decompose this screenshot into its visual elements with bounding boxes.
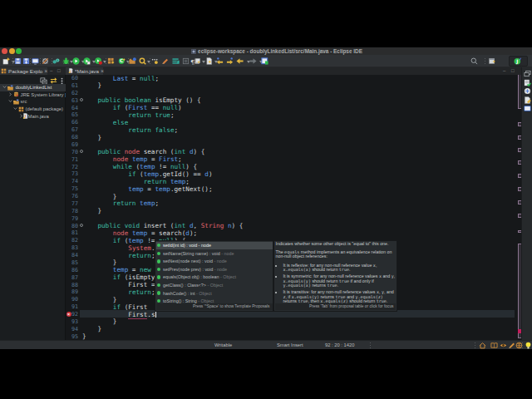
collapse-all-icon[interactable] xyxy=(40,77,47,84)
chevron-down-icon[interactable] xyxy=(2,85,7,89)
minimize-view-icon[interactable]: – xyxy=(50,68,52,74)
code-line-95: } xyxy=(82,332,86,339)
completion-item[interactable]: equals(Object obj) : boolean - Object xyxy=(156,273,273,282)
status-cursor-position: 92 : 20 : 1420 xyxy=(325,342,354,347)
toolbar-search-icon[interactable] xyxy=(470,57,478,65)
save-all-icon[interactable] xyxy=(22,57,30,65)
tree-item-doublylinkedlist[interactable]: doublyLinkedList xyxy=(0,84,66,91)
chevron-right-icon[interactable] xyxy=(8,92,12,96)
external-tools-icon[interactable] xyxy=(151,57,159,65)
completion-item[interactable]: hashCode() : int - Object xyxy=(156,289,273,298)
maximize-editor-icon[interactable]: □ xyxy=(511,68,515,74)
completion-item[interactable]: setId(int id) : void - node xyxy=(156,242,273,250)
globe-icon[interactable] xyxy=(515,342,522,348)
coverage-icon[interactable] xyxy=(83,57,91,65)
link-editor-icon[interactable] xyxy=(50,77,57,84)
code-line-76: } xyxy=(113,193,117,200)
lightbulb-icon[interactable] xyxy=(525,342,531,348)
console-icon[interactable] xyxy=(32,57,39,65)
line-number: 68 xyxy=(66,134,78,140)
tree-item-default-package[interactable]: (default package) xyxy=(0,106,66,113)
new-package-icon[interactable] xyxy=(107,57,115,65)
previous-edit-icon[interactable] xyxy=(216,57,224,65)
debug-icon[interactable] xyxy=(62,57,70,65)
code-line-80: public void insert (int d, String n) { xyxy=(97,222,243,229)
search-gold-icon[interactable] xyxy=(139,57,146,65)
outline-icon[interactable] xyxy=(524,87,531,95)
completion-signature: hashCode() : int xyxy=(163,291,195,296)
completion-signature: setId(int id) : void xyxy=(163,243,197,248)
line-number: 65 xyxy=(66,111,78,118)
maximize-view-icon[interactable]: □ xyxy=(57,68,61,74)
new-class-icon[interactable]: C xyxy=(118,57,126,65)
format-icon[interactable] xyxy=(172,57,180,65)
tree-item-label: Main.java xyxy=(28,114,49,119)
forward-icon[interactable] xyxy=(249,57,257,65)
status-bar: WritableSmart Insert92 : 20 : 1420 xyxy=(0,340,532,350)
junit-icon[interactable] xyxy=(52,57,60,65)
run-icon[interactable] xyxy=(72,57,80,65)
completion-item[interactable]: getClass() : Class<?> - Object xyxy=(156,281,273,289)
completion-item[interactable]: setName(String name) : void - node xyxy=(156,249,273,258)
javadoc-view-icon[interactable] xyxy=(524,96,531,104)
toolbar-separator xyxy=(195,58,195,64)
minimize-window-button[interactable] xyxy=(9,48,15,54)
line-number: 88 xyxy=(66,282,78,288)
completion-origin: - node xyxy=(197,243,211,248)
minimize-editor-icon[interactable]: – xyxy=(503,68,505,74)
tree-item-main-java[interactable]: JMain.java xyxy=(0,112,66,120)
fold-toggle-icon[interactable] xyxy=(80,150,83,153)
chevron-down-icon[interactable] xyxy=(8,99,12,103)
tab-main-java[interactable]: J*Main.java× xyxy=(66,67,103,75)
java-perspective-button[interactable]: J xyxy=(509,56,528,66)
skip-breakpoints-icon[interactable] xyxy=(42,57,49,65)
close-tab-icon[interactable]: × xyxy=(101,69,104,73)
task-list-icon[interactable] xyxy=(524,79,531,86)
code-line-92: First.s xyxy=(128,311,155,318)
title-bar: eclipse-workspace - doublyLinkedList/src… xyxy=(0,47,532,55)
book-icon[interactable] xyxy=(490,342,497,348)
chevron-down-icon[interactable] xyxy=(13,106,17,111)
new-doc-icon[interactable] xyxy=(205,57,213,65)
completion-item[interactable]: setPrev(node prev) : void - node xyxy=(156,265,273,273)
pencil-icon[interactable] xyxy=(508,342,515,348)
open-perspective-icon[interactable] xyxy=(489,57,496,65)
back-icon[interactable] xyxy=(236,57,244,65)
zoom-window-button[interactable] xyxy=(16,48,22,54)
window-title: eclipse-workspace - doublyLinkedList/src… xyxy=(22,48,532,54)
restore-icon[interactable] xyxy=(524,70,531,77)
mark-occurrences-icon[interactable] xyxy=(161,57,169,65)
javadoc-footer-hint: Press 'Tab' from proposal table or click… xyxy=(275,303,396,311)
line-number: 95 xyxy=(66,333,78,340)
fold-toggle-icon[interactable] xyxy=(80,98,83,101)
code-line-65: return true; xyxy=(128,111,174,119)
statusbar-separator xyxy=(522,342,523,348)
profile-icon[interactable] xyxy=(95,57,102,65)
close-tab-icon[interactable]: × xyxy=(44,69,47,73)
tree-item-jre-system-library-ja[interactable]: JRE System Library [Ja xyxy=(0,91,66,99)
line-number: 91 xyxy=(66,303,78,310)
public-method-icon xyxy=(157,244,160,247)
home-icon[interactable] xyxy=(479,342,485,348)
line-number: 94 xyxy=(66,326,78,332)
java-ee-icon[interactable] xyxy=(261,57,268,65)
fold-toggle-icon[interactable] xyxy=(80,224,83,227)
tree-item-src[interactable]: src xyxy=(0,98,66,106)
line-number: 90 xyxy=(66,296,78,303)
completion-item[interactable]: setNext(node next) : void - node xyxy=(156,258,273,266)
tab-package-explorer[interactable]: Package Explo× xyxy=(0,67,47,75)
next-edit-icon[interactable] xyxy=(226,57,234,65)
save-icon[interactable] xyxy=(14,57,22,65)
line-number: 77 xyxy=(66,200,78,207)
view-menu-icon[interactable] xyxy=(58,77,65,84)
public-method-icon xyxy=(157,275,160,278)
console-view-icon[interactable] xyxy=(524,105,531,112)
new-wizard-icon[interactable] xyxy=(2,57,10,65)
completion-origin: - node xyxy=(213,267,227,272)
screen: eclipse-workspace - doublyLinkedList/src… xyxy=(0,0,532,399)
error-marker-icon[interactable]: × xyxy=(66,312,71,317)
eye-icon[interactable] xyxy=(500,342,506,348)
open-task-icon[interactable] xyxy=(129,57,136,65)
close-window-button[interactable] xyxy=(2,48,7,54)
tab-row: Package Explo×–□J*Main.java×–□ xyxy=(0,67,532,75)
